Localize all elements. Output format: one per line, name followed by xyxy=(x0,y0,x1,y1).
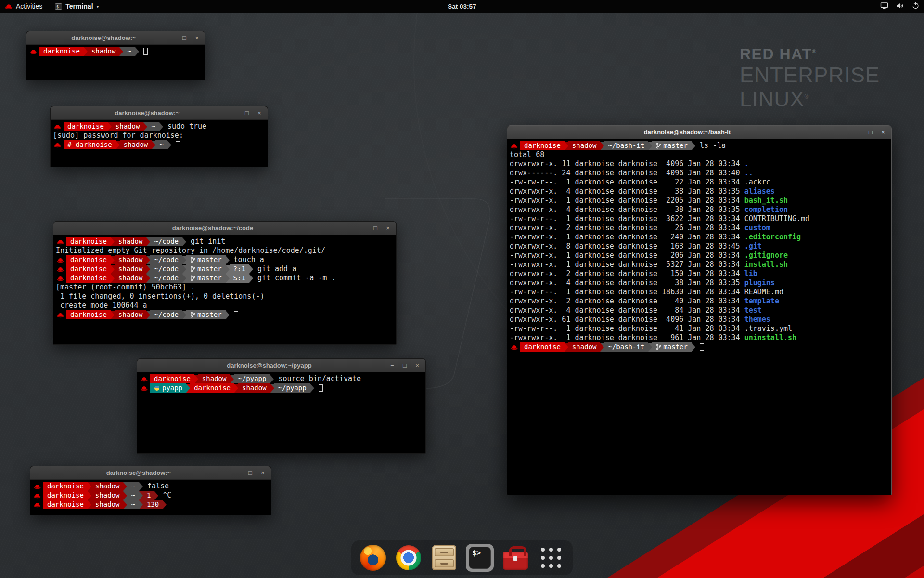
prompt-segment: S:1 xyxy=(230,274,249,283)
terminal-line: darknoiseshadow~/bash-itmasterls -la xyxy=(510,141,889,150)
git-branch-icon xyxy=(656,143,661,149)
terminal-line: total 68 xyxy=(510,150,889,159)
clock[interactable]: Sat 03:57 xyxy=(0,3,924,10)
powerline-arrow xyxy=(565,343,568,352)
powerline-arrow xyxy=(116,141,120,149)
powerline-arrow xyxy=(648,142,652,150)
maximize-button[interactable]: □ xyxy=(181,31,188,45)
powerline-arrow xyxy=(163,500,167,509)
firefox-icon xyxy=(360,545,386,571)
terminal-line: darknoiseshadow~sudo true xyxy=(53,122,265,131)
desktop: RED HAT® ENTERPRISE LINUX® Activities $ … xyxy=(0,0,924,578)
powerline-arrow xyxy=(146,311,150,319)
file-name: .gitignore xyxy=(744,251,788,260)
file-name: bash_it.sh xyxy=(744,196,788,205)
prompt-segment: darknoise xyxy=(66,264,111,274)
powerline-arrow xyxy=(152,141,155,149)
window-titlebar[interactable]: darknoise@shadow:~/pyapp − □ × xyxy=(137,359,425,372)
close-button[interactable]: × xyxy=(193,31,200,45)
maximize-button[interactable]: □ xyxy=(401,359,408,372)
dock-terminal-icon[interactable]: $> xyxy=(466,544,494,572)
redhat-fedora-icon xyxy=(141,385,148,391)
terminal-window[interactable]: darknoise@shadow:~ − □ × darknoiseshadow… xyxy=(26,31,205,80)
prompt-segment: ~ xyxy=(127,491,139,500)
svg-text:$: $ xyxy=(56,4,59,9)
prompt-segment: shadow xyxy=(115,264,147,274)
file-name: .git xyxy=(744,242,762,250)
close-button[interactable]: × xyxy=(414,359,421,372)
close-button[interactable]: × xyxy=(256,106,263,120)
file-name: .ackrc xyxy=(744,178,770,186)
minimize-button[interactable]: − xyxy=(168,31,175,45)
dock-show-applications[interactable] xyxy=(537,544,565,572)
window-titlebar[interactable]: darknoise@shadow:~/code − □ × xyxy=(53,222,396,235)
powerline-arrow xyxy=(270,384,274,393)
terminal-line: darknoiseshadow~/codegit init xyxy=(56,237,394,246)
dock-files-icon[interactable] xyxy=(430,544,458,572)
prompt-segment: master xyxy=(186,264,226,274)
display-icon[interactable] xyxy=(880,2,888,11)
minimize-button[interactable]: − xyxy=(389,359,396,372)
volume-icon[interactable] xyxy=(896,2,904,11)
powerline-arrow xyxy=(226,311,230,319)
power-icon[interactable] xyxy=(912,2,919,11)
maximize-button[interactable]: □ xyxy=(244,106,250,120)
window-titlebar[interactable]: darknoise@shadow:~ − □ × xyxy=(26,31,205,45)
powerline-arrow xyxy=(186,384,190,393)
powerline-arrow xyxy=(182,256,186,264)
minimize-button[interactable]: − xyxy=(234,466,241,480)
terminal-line: -rw-rw-r--. 1 darknoise darknoise 18630 … xyxy=(510,288,889,297)
terminal-content[interactable]: darknoiseshadow~falsedarknoiseshadow~1^C… xyxy=(30,480,271,515)
git-branch-icon xyxy=(190,266,195,272)
dock-firefox-icon[interactable] xyxy=(359,544,387,572)
close-button[interactable]: × xyxy=(259,466,266,480)
dock-toolbox-icon[interactable] xyxy=(501,544,529,572)
terminal-window[interactable]: darknoise@shadow:~/code − □ × darknoises… xyxy=(53,221,397,345)
terminal-window[interactable]: darknoise@shadow:~/pyapp − □ × darknoise… xyxy=(137,358,426,454)
prompt-segment: darknoise xyxy=(190,383,234,393)
minimize-button[interactable]: − xyxy=(855,126,861,139)
app-menu-terminal[interactable]: $ Terminal ▾ xyxy=(55,2,99,10)
terminal-line: drwxrwxr-x. 4 darknoise darknoise 38 Jan… xyxy=(510,278,889,288)
terminal-content[interactable]: darknoiseshadow~/codegit initInitialized… xyxy=(53,235,396,344)
prompt-segment: ~/code xyxy=(150,237,182,246)
powerline-arrow xyxy=(310,384,314,393)
minimize-button[interactable]: − xyxy=(359,222,366,235)
prompt-segment: ~/code xyxy=(150,264,182,274)
activities-label: Activities xyxy=(16,2,42,10)
maximize-button[interactable]: □ xyxy=(247,466,254,480)
file-name: .. xyxy=(744,169,753,177)
maximize-button[interactable]: □ xyxy=(372,222,379,235)
close-button[interactable]: × xyxy=(385,222,391,235)
prompt-segment: shadow xyxy=(88,47,120,56)
prompt-segment: master xyxy=(652,342,692,352)
prompt-segment: master xyxy=(186,310,226,319)
registered-mark: ® xyxy=(805,93,809,100)
terminal-cursor xyxy=(700,343,704,351)
chevron-down-icon: ▾ xyxy=(97,4,99,9)
redhat-fedora-icon xyxy=(30,49,37,54)
minimize-button[interactable]: − xyxy=(231,106,238,120)
window-titlebar[interactable]: darknoise@shadow:~ − □ × xyxy=(30,466,271,480)
terminal-content[interactable]: darknoiseshadow~/pyappsource bin/activat… xyxy=(137,372,425,453)
terminal-window[interactable]: darknoise@shadow:~ − □ × darknoiseshadow… xyxy=(50,106,268,167)
terminal-content[interactable]: darknoiseshadow~/bash-itmasterls -latota… xyxy=(507,139,891,495)
prompt-segment: master xyxy=(186,274,226,283)
maximize-button[interactable]: □ xyxy=(867,126,874,139)
terminal-content[interactable]: darknoiseshadow~ xyxy=(26,45,205,80)
dock-chrome-icon[interactable] xyxy=(395,544,423,572)
terminal-window-focused[interactable]: darknoise@shadow:~/bash-it − □ × darknoi… xyxy=(507,125,892,495)
window-titlebar[interactable]: darknoise@shadow:~/bash-it − □ × xyxy=(507,126,891,139)
prompt-segment: darknoise xyxy=(66,255,111,264)
terminal-window[interactable]: darknoise@shadow:~ − □ × darknoiseshadow… xyxy=(30,466,271,515)
terminal-content[interactable]: darknoiseshadow~sudo true[sudo] password… xyxy=(51,120,268,167)
close-button[interactable]: × xyxy=(880,126,886,139)
activities-button[interactable]: Activities xyxy=(5,2,42,10)
powerline-arrow xyxy=(194,375,198,383)
terminal-line: drwxrwxr-x. 2 darknoise darknoise 150 Ja… xyxy=(510,269,889,278)
terminal-line: drwxrwxr-x. 2 darknoise darknoise 26 Jan… xyxy=(510,223,889,233)
window-titlebar[interactable]: darknoise@shadow:~ − □ × xyxy=(51,106,268,120)
redhat-fedora-icon xyxy=(34,484,41,489)
prompt-segment: shadow xyxy=(115,310,147,319)
prompt-segment: darknoise xyxy=(43,482,88,491)
